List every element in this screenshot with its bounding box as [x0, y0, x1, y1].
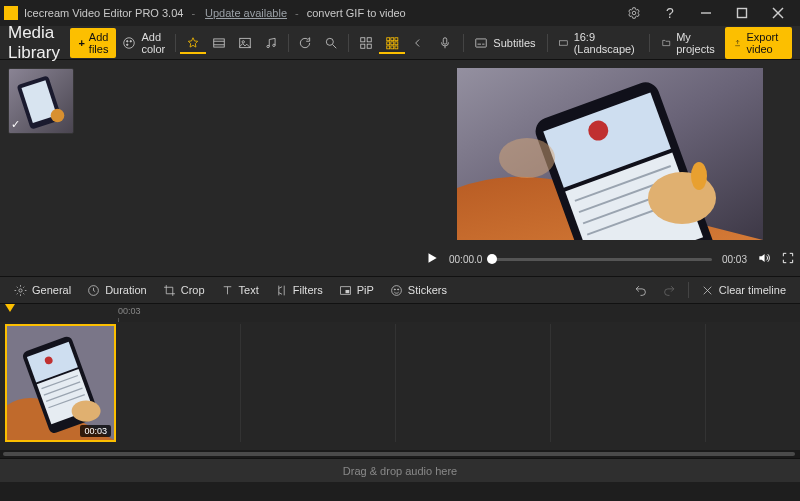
svg-rect-19	[367, 37, 371, 41]
help-button[interactable]: ?	[652, 0, 688, 26]
svg-rect-23	[391, 37, 394, 40]
settings-button[interactable]	[616, 0, 652, 26]
clear-timeline-label: Clear timeline	[719, 284, 786, 296]
zoom-button[interactable]	[318, 32, 344, 54]
media-thumbnail[interactable]: ✓	[8, 68, 74, 134]
timeline-ruler[interactable]: 00:03	[0, 304, 800, 322]
volume-icon	[757, 251, 771, 265]
grid-large-icon	[359, 36, 373, 50]
subtitles-button[interactable]: Subtitles	[467, 32, 542, 54]
svg-rect-25	[387, 41, 390, 44]
clip-duration: 00:03	[80, 425, 111, 437]
svg-point-70	[72, 400, 101, 421]
export-button[interactable]: Export video	[725, 27, 792, 59]
edit-tools-bar: General Duration Crop Text Filters PiP S…	[0, 276, 800, 304]
filters-icon	[275, 284, 288, 297]
preview-panel: 00:00.0 00:03	[420, 60, 800, 276]
svg-rect-24	[395, 37, 398, 40]
svg-point-39	[51, 109, 65, 123]
search-icon	[324, 36, 338, 50]
collapse-button[interactable]	[405, 32, 431, 54]
svg-point-13	[242, 40, 244, 42]
general-tool[interactable]: General	[6, 281, 79, 300]
stickers-tool[interactable]: Stickers	[382, 281, 455, 300]
my-projects-label: My projects	[676, 31, 718, 55]
aspect-icon	[558, 36, 569, 50]
plus-icon: +	[78, 37, 84, 49]
text-tool[interactable]: Text	[213, 281, 267, 300]
crop-tool[interactable]: Crop	[155, 281, 213, 300]
stickers-label: Stickers	[408, 284, 447, 296]
svg-rect-22	[387, 37, 390, 40]
update-available-link[interactable]: Update available	[205, 7, 287, 19]
close-icon	[772, 7, 784, 19]
media-library-panel: ✓	[0, 60, 420, 276]
total-time: 00:03	[722, 254, 747, 265]
time-marker: 00:03	[118, 306, 141, 316]
palette-icon	[122, 36, 136, 50]
audio-drop-zone[interactable]: Drag & drop audio here	[0, 458, 800, 482]
svg-point-0	[632, 11, 636, 15]
svg-rect-29	[391, 45, 394, 48]
pip-tool[interactable]: PiP	[331, 281, 382, 300]
filters-tool[interactable]: Filters	[267, 281, 331, 300]
preview-video[interactable]	[457, 68, 763, 240]
close-button[interactable]	[760, 0, 796, 26]
minimize-icon	[700, 7, 712, 19]
play-button[interactable]	[425, 251, 439, 267]
svg-point-51	[499, 138, 555, 178]
svg-rect-9	[214, 38, 225, 46]
seek-bar[interactable]	[492, 258, 712, 261]
volume-button[interactable]	[757, 251, 771, 267]
microphone-icon	[438, 36, 452, 50]
clear-timeline-button[interactable]: Clear timeline	[693, 281, 794, 300]
mic-button[interactable]	[431, 32, 459, 54]
text-label: Text	[239, 284, 259, 296]
svg-rect-31	[443, 37, 447, 43]
undo-button[interactable]	[626, 281, 655, 300]
redo-icon	[663, 284, 676, 297]
timeline-tracks[interactable]: 00:03	[0, 322, 800, 450]
refresh-button[interactable]	[292, 32, 318, 54]
timeline-clip[interactable]: 00:03	[5, 324, 116, 442]
text-icon	[221, 284, 234, 297]
current-time: 00:00.0	[449, 254, 482, 265]
pip-icon	[339, 284, 352, 297]
redo-button[interactable]	[655, 281, 684, 300]
help-icon: ?	[666, 5, 674, 21]
scrollbar-handle[interactable]	[3, 452, 795, 456]
music-icon	[264, 36, 278, 50]
seek-handle[interactable]	[487, 254, 497, 264]
svg-point-8	[127, 43, 129, 45]
video-tab[interactable]	[206, 32, 232, 54]
audio-tab[interactable]	[258, 32, 284, 54]
minimize-button[interactable]	[688, 0, 724, 26]
fullscreen-button[interactable]	[781, 251, 795, 267]
aspect-ratio-button[interactable]: 16:9 (Landscape)	[551, 27, 645, 59]
add-color-button[interactable]: Add color	[116, 27, 171, 59]
timeline-scrollbar[interactable]	[0, 450, 800, 458]
duration-label: Duration	[105, 284, 147, 296]
gear-icon	[627, 6, 641, 20]
image-tab[interactable]	[232, 32, 258, 54]
undo-icon	[634, 284, 647, 297]
maximize-button[interactable]	[724, 0, 760, 26]
add-files-button[interactable]: +Add files	[70, 28, 116, 58]
separator: -	[191, 7, 195, 19]
duration-tool[interactable]: Duration	[79, 281, 155, 300]
fullscreen-icon	[781, 251, 795, 265]
clock-icon	[87, 284, 100, 297]
list-view-button[interactable]	[353, 32, 379, 54]
film-icon	[212, 36, 226, 50]
favorites-tab[interactable]	[180, 32, 206, 54]
main-toolbar: Media Library +Add files Add color Subti…	[0, 26, 800, 60]
playhead[interactable]	[5, 304, 15, 312]
grid-view-button[interactable]	[379, 32, 405, 54]
subtitles-label: Subtitles	[493, 37, 535, 49]
crop-icon	[163, 284, 176, 297]
pip-label: PiP	[357, 284, 374, 296]
export-label: Export video	[746, 31, 783, 55]
play-icon	[425, 251, 439, 265]
my-projects-button[interactable]: My projects	[654, 27, 726, 59]
playback-controls: 00:00.0 00:03	[425, 244, 795, 274]
